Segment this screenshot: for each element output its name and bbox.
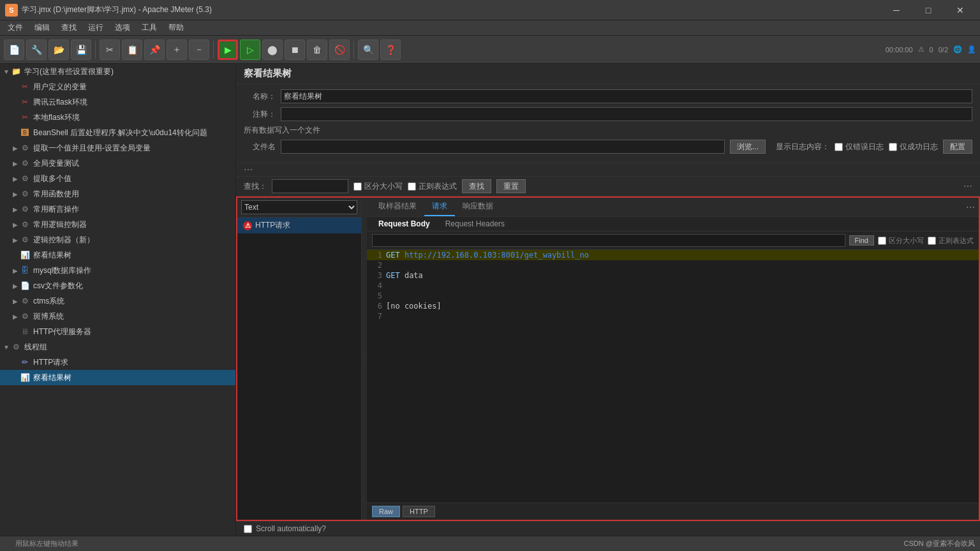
error-log-label[interactable]: 仅错误日志 [835,142,884,152]
find-button[interactable]: 查找 [462,179,491,193]
search-label: 查找： [244,181,267,192]
save-button[interactable]: 💾 [71,40,91,60]
gear-icon-6: ⚙ [19,219,31,230]
reset-button[interactable]: 重置 [496,179,526,193]
sidebar-item-extract1[interactable]: ▶ ⚙ 提取一个值并且使用-设置全局变量 [0,140,235,156]
menu-item-file[interactable]: 文件 [3,21,28,34]
minimize-button[interactable]: ─ [882,1,911,19]
help-button[interactable]: ❓ [380,40,401,60]
dots-toggle-1[interactable]: ⋯ [244,165,253,175]
menu-item-help[interactable]: 帮助 [163,21,189,34]
expand-functions: ▶ [11,191,19,198]
sidebar-item-logic-ctrl-new[interactable]: ▶ ⚙ 逻辑控制器（新） [0,232,235,247]
config-button[interactable]: 配置 [943,140,972,154]
sub-tab-request-headers[interactable]: Request Headers [439,217,511,231]
open-button[interactable]: 📂 [48,40,69,60]
success-log-label[interactable]: 仅成功日志 [889,142,938,152]
http-icon: ✏ [19,356,31,368]
sidebar-item-assertions[interactable]: ▶ ⚙ 常用断言操作 [0,202,235,217]
sidebar-item-mysql[interactable]: ▶ 🗄 mysql数据库操作 [0,263,235,278]
code-case-label[interactable]: 区分大小写 [878,236,924,246]
sidebar-item-result-tree2[interactable]: 📊 察看结果树 [0,370,235,385]
sidebar-item-banbo-label: 斑博系统 [33,311,64,322]
tab-response-data[interactable]: 响应数据 [455,198,501,216]
run-button[interactable]: ▶ [218,40,238,60]
clear-button[interactable]: 🗑 [307,40,327,60]
tab-request[interactable]: 请求 [424,198,455,216]
menu-item-run[interactable]: 运行 [83,21,108,34]
csv-icon: 📄 [19,280,31,291]
search-input[interactable] [272,179,348,193]
sidebar-item-thread-group[interactable]: ▼ ⚙ 线程组 [0,339,235,355]
file-input[interactable] [281,140,725,154]
run-no-pause-button[interactable]: ▷ [240,40,260,60]
gear-icon-1: ⚙ [19,142,31,154]
sidebar-item-http-req[interactable]: ✏ HTTP请求 [0,355,235,370]
sidebar-item-extract1-label: 提取一个值并且使用-设置全局变量 [33,143,151,154]
content-find-button[interactable]: Find [849,235,874,246]
sidebar-item-banbo[interactable]: ▶ ⚙ 斑博系统 [0,309,235,324]
sidebar-item-extract-multi[interactable]: ▶ ⚙ 提取多个值 [0,171,235,186]
maximize-button[interactable]: □ [914,1,943,19]
scroll-auto-label: Scroll automatically? [256,524,326,533]
sidebar-item-functions[interactable]: ▶ ⚙ 常用函数使用 [0,186,235,202]
name-input[interactable] [281,89,972,103]
sidebar-item-logic-ctrl[interactable]: ▶ ⚙ 常用逻辑控制器 [0,217,235,232]
http-tab[interactable]: HTTP [403,506,435,517]
clear-all-button[interactable]: 🚫 [329,40,350,60]
sidebar-item-vars[interactable]: ✂ 用户定义的变量 [0,79,235,94]
sidebar-item-csv[interactable]: ▶ 📄 csv文件参数化 [0,278,235,293]
success-log-checkbox[interactable] [889,143,897,151]
comment-input[interactable] [281,107,972,121]
add-button[interactable]: ＋ [167,40,187,60]
code-regex-checkbox[interactable] [928,237,936,245]
copy-button[interactable]: 📋 [122,40,142,60]
close-button[interactable]: ✕ [946,1,975,19]
tab-sampler-result[interactable]: 取样器结果 [371,198,424,216]
menu-item-edit[interactable]: 编辑 [29,21,55,34]
sidebar-item-result-tree1[interactable]: 📊 察看结果树 [0,247,235,263]
dots-toggle-2[interactable]: ⋯ [963,181,972,191]
sidebar-item-tencent[interactable]: ✂ 腾讯云flask环境 [0,94,235,110]
status-right: CSDN @亚索不会吹风 [904,539,975,548]
code-case-checkbox[interactable] [878,237,886,245]
menu-item-tools[interactable]: 工具 [137,21,162,34]
search-button[interactable]: 🔍 [358,40,378,60]
error-log-checkbox[interactable] [835,143,843,151]
sidebar-item-proxy[interactable]: 🖥 HTTP代理服务器 [0,324,235,339]
sub-tab-request-body[interactable]: Request Body [372,217,436,231]
regex-checkbox[interactable] [408,182,416,191]
regex-label[interactable]: 正则表达式 [408,181,457,192]
code-regex-label[interactable]: 正则表达式 [928,236,974,246]
tree-icon-1: 📊 [19,249,31,261]
menu-item-find[interactable]: 查找 [56,21,82,34]
gear-icon-2: ⚙ [19,158,31,169]
stop-button[interactable]: ⬤ [262,40,283,60]
vertical-splitter[interactable]: ··· [362,198,367,520]
case-sensitive-checkbox[interactable] [353,182,362,191]
sidebar-item-ctms[interactable]: ▶ ⚙ ctms系统 [0,293,235,309]
line-num-6: 6 [367,302,386,311]
shutdown-button[interactable]: ⏹ [285,40,305,60]
watermark: CSDN @亚索不会吹风 [904,539,975,548]
menu-item-options[interactable]: 选项 [110,21,135,34]
raw-tab[interactable]: Raw [372,506,400,517]
open-template-button[interactable]: 🔧 [26,40,47,60]
sidebar-item-root[interactable]: ▼ 📁 学习(这里有些设置很重要) [0,64,235,79]
tree-item-http[interactable]: ⚠ HTTP请求 [237,217,361,233]
format-select[interactable]: Text HTML JSON XML Regexp Tester [241,200,357,214]
cut-button[interactable]: ✂ [100,40,120,60]
paste-button[interactable]: 📌 [144,40,165,60]
remove-button[interactable]: － [189,40,209,60]
new-button[interactable]: 📄 [4,40,24,60]
sidebar-item-local[interactable]: ✂ 本地flask环境 [0,110,235,125]
case-sensitive-label[interactable]: 区分大小写 [353,181,403,192]
browse-button[interactable]: 浏览... [730,140,766,154]
status-bar: 用鼠标左键拖动结果 CSDN @亚索不会吹风 [0,536,980,551]
content-search-input[interactable] [372,234,845,247]
scroll-auto-checkbox[interactable] [244,525,252,533]
status-middle: 用鼠标左键拖动结果 [15,539,78,548]
sidebar-item-beanshell[interactable]: 🅱 BeanShell 后置处理程序.解决中文\u0du14转化问题 [0,125,235,140]
tab-dots[interactable]: ⋯ [966,202,975,212]
sidebar-item-global-test[interactable]: ▶ ⚙ 全局变量测试 [0,156,235,171]
